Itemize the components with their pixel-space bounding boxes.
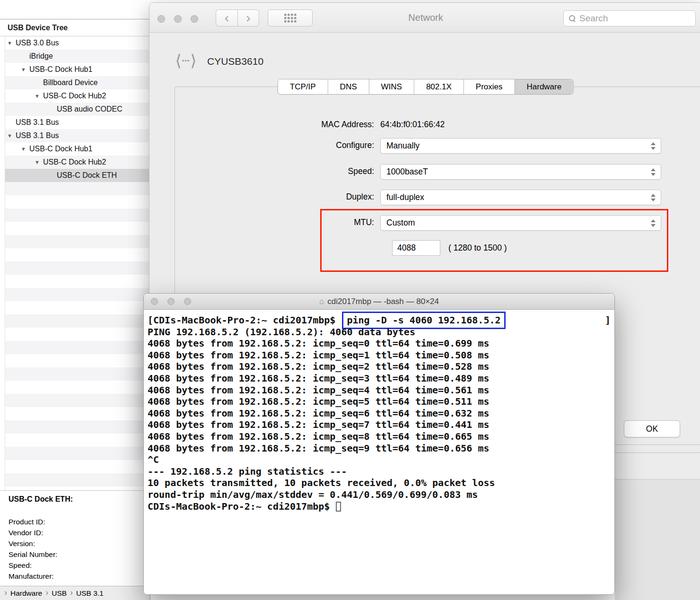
mtu-range-hint: ( 1280 to 1500 ) bbox=[448, 243, 507, 253]
usb-device-tree: ▼USB 3.0 BusiBridge▼USB-C Dock Hub1Billb… bbox=[5, 36, 150, 490]
usb-device-tree-window: USB Device Tree ▼USB 3.0 BusiBridge▼USB-… bbox=[0, 19, 150, 600]
terminal-line: PING 192.168.5.2 (192.168.5.2): 4060 dat… bbox=[148, 326, 612, 338]
configure-dropdown[interactable]: Manually bbox=[380, 138, 661, 154]
breadcrumb-item-hardware[interactable]: Hardware bbox=[10, 589, 42, 598]
tree-item-usb-3-1-bus[interactable]: USB 3.1 Bus bbox=[5, 116, 150, 129]
terminal-line: ^C bbox=[148, 454, 612, 466]
tree-item-usb-3-1-bus[interactable]: ▼USB 3.1 Bus bbox=[5, 129, 150, 142]
tree-item-usb-c-dock-hub2[interactable]: ▼USB-C Dock Hub2 bbox=[5, 156, 150, 169]
chevron-right-icon: › bbox=[45, 588, 48, 598]
terminal-line-command: [CDIs-MacBook-Pro-2:~ cdi2017mbp$ ping -… bbox=[148, 314, 612, 326]
tree-item-usb-c-dock-hub1[interactable]: ▼USB-C Dock Hub1 bbox=[5, 63, 150, 76]
network-adapter-icon: ⟨•••⟩ bbox=[175, 50, 197, 71]
tree-item-label: Billboard Device bbox=[43, 76, 98, 89]
disclosure-triangle-icon[interactable]: ▼ bbox=[21, 63, 26, 76]
forward-button[interactable]: › bbox=[237, 9, 259, 26]
tree-item-label: iBridge bbox=[29, 50, 53, 63]
tree-item-usb-c-dock-eth[interactable]: USB-C Dock ETH bbox=[5, 169, 150, 182]
terminal-output: PING 192.168.5.2 (192.168.5.2): 4060 dat… bbox=[148, 326, 612, 501]
detail-field-version: Version: bbox=[9, 538, 150, 549]
detail-field-speed: Speed: bbox=[9, 560, 150, 571]
tree-item-label: USB audio CODEC bbox=[57, 103, 122, 116]
screen: USB Device Tree ▼USB 3.0 BusiBridge▼USB-… bbox=[0, 0, 700, 600]
breadcrumb: ›Hardware›USB›USB 3.1 bbox=[0, 586, 150, 600]
disclosure-triangle-icon[interactable]: ▼ bbox=[7, 36, 12, 50]
mtu-label: MTU: bbox=[168, 217, 374, 228]
configure-dropdown-value: Manually bbox=[386, 141, 420, 151]
chevron-up-down-icon bbox=[648, 190, 658, 205]
network-titlebar[interactable]: ‹ › bbox=[149, 3, 700, 33]
search-input[interactable] bbox=[579, 13, 683, 24]
minimize-icon[interactable] bbox=[174, 15, 182, 23]
tree-item-usb-audio-codec[interactable]: USB audio CODEC bbox=[5, 103, 150, 116]
mtu-custom-input[interactable] bbox=[392, 240, 440, 256]
tree-item-label: USB-C Dock ETH bbox=[57, 169, 117, 182]
speed-dropdown[interactable]: 1000baseT bbox=[380, 164, 661, 180]
terminal-line: 4068 bytes from 192.168.5.2: icmp_seq=5 … bbox=[148, 396, 612, 408]
tree-item-label: USB-C Dock Hub2 bbox=[43, 89, 106, 103]
chevron-up-down-icon bbox=[648, 216, 658, 230]
show-all-button[interactable] bbox=[268, 9, 313, 26]
breadcrumb-item-usb-3-1[interactable]: USB 3.1 bbox=[76, 589, 104, 598]
device-name: CYUSB3610 bbox=[207, 56, 263, 67]
back-button[interactable]: ‹ bbox=[216, 9, 237, 26]
usb-tree-header: USB Device Tree bbox=[0, 19, 150, 36]
terminal-line: --- 192.168.5.2 ping statistics --- bbox=[148, 466, 612, 478]
terminal-line: 4068 bytes from 192.168.5.2: icmp_seq=6 … bbox=[148, 408, 612, 419]
terminal-line: 4068 bytes from 192.168.5.2: icmp_seq=9 … bbox=[148, 443, 612, 454]
usb-detail-fields: Product ID:Vendor ID:Version:Serial Numb… bbox=[9, 516, 150, 582]
background-window-area bbox=[615, 453, 700, 600]
tab-802-1x[interactable]: 802.1X bbox=[414, 79, 464, 94]
tab-proxies[interactable]: Proxies bbox=[464, 79, 515, 94]
ok-button[interactable]: OK bbox=[624, 420, 680, 437]
tree-item-billboard-device[interactable]: Billboard Device bbox=[5, 76, 150, 89]
close-icon[interactable] bbox=[158, 15, 165, 23]
terminal-line: 10 packets transmitted, 10 packets recei… bbox=[148, 477, 612, 489]
tab-tcp-ip[interactable]: TCP/IP bbox=[278, 79, 328, 94]
home-folder-icon: ⌂ bbox=[319, 297, 324, 306]
chevron-right-icon: › bbox=[70, 588, 73, 598]
search-field[interactable] bbox=[563, 10, 696, 26]
tab-wins[interactable]: WINS bbox=[369, 79, 414, 94]
tab-hardware[interactable]: Hardware bbox=[514, 79, 573, 94]
terminal-content[interactable]: [CDIs-MacBook-Pro-2:~ cdi2017mbp$ ping -… bbox=[144, 310, 614, 594]
search-icon bbox=[569, 15, 576, 22]
disclosure-triangle-icon[interactable]: ▼ bbox=[21, 142, 26, 156]
disclosure-triangle-icon[interactable]: ▼ bbox=[7, 129, 12, 142]
tree-item-label: USB-C Dock Hub1 bbox=[29, 63, 92, 76]
tree-item-label: USB 3.0 Bus bbox=[16, 36, 59, 50]
mtu-dropdown[interactable]: Custom bbox=[380, 215, 661, 231]
terminal-cursor bbox=[336, 502, 341, 512]
tree-item-label: USB-C Dock Hub2 bbox=[43, 156, 106, 169]
detail-field-vendor-id: Vendor ID: bbox=[9, 527, 150, 538]
chevron-up-down-icon bbox=[648, 139, 658, 153]
tree-item-usb-c-dock-hub2[interactable]: ▼USB-C Dock Hub2 bbox=[5, 89, 150, 103]
usb-detail-panel: USB-C Dock ETH: Product ID:Vendor ID:Ver… bbox=[0, 490, 150, 586]
tree-item-usb-c-dock-hub1[interactable]: ▼USB-C Dock Hub1 bbox=[5, 142, 150, 156]
duplex-dropdown-value: full-duplex bbox=[386, 192, 424, 202]
speed-label: Speed: bbox=[168, 166, 374, 177]
terminal-line: round-trip min/avg/max/stddev = 0.441/0.… bbox=[148, 489, 612, 501]
tab-dns[interactable]: DNS bbox=[328, 79, 369, 94]
tree-item-ibridge[interactable]: iBridge bbox=[5, 50, 150, 63]
duplex-label: Duplex: bbox=[168, 192, 374, 202]
tree-item-usb-3-0-bus[interactable]: ▼USB 3.0 Bus bbox=[5, 36, 150, 50]
terminal-line: 4068 bytes from 192.168.5.2: icmp_seq=3 … bbox=[148, 373, 612, 384]
disclosure-triangle-icon[interactable]: ▼ bbox=[35, 156, 40, 169]
breadcrumb-item-usb[interactable]: USB bbox=[52, 589, 67, 598]
detail-field-manufacturer: Manufacturer: bbox=[9, 571, 150, 582]
zoom-icon[interactable] bbox=[191, 15, 198, 23]
terminal-line: 4068 bytes from 192.168.5.2: icmp_seq=2 … bbox=[148, 361, 612, 373]
terminal-line: 4068 bytes from 192.168.5.2: icmp_seq=7 … bbox=[148, 419, 612, 431]
terminal-window: ⌂ cdi2017mbp — -bash — 80×24 [CDIs-MacBo… bbox=[143, 293, 615, 595]
shell-prompt: [CDIs-MacBook-Pro-2:~ cdi2017mbp$ bbox=[148, 314, 341, 326]
bracket-indicator: ] bbox=[605, 314, 611, 326]
detail-field-product-id: Product ID: bbox=[9, 516, 150, 527]
terminal-line: 4068 bytes from 192.168.5.2: icmp_seq=0 … bbox=[148, 338, 612, 349]
mac-address-value: 64:4b:f0:01:66:42 bbox=[380, 120, 445, 130]
duplex-dropdown[interactable]: full-duplex bbox=[380, 190, 661, 205]
disclosure-triangle-icon[interactable]: ▼ bbox=[35, 89, 40, 103]
terminal-title-text: cdi2017mbp — -bash — 80×24 bbox=[327, 297, 439, 306]
detail-field-serial-number: Serial Number: bbox=[9, 549, 150, 560]
chevron-right-icon: › bbox=[4, 588, 7, 598]
